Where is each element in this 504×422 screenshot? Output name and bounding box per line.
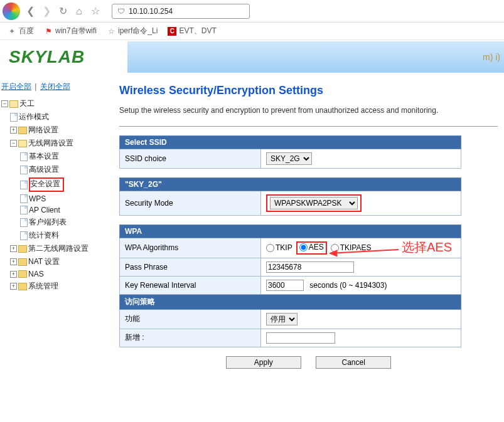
tree-item-wps[interactable]: WPS (1, 193, 113, 204)
ssid-choice-select[interactable]: SKY_2G (266, 152, 312, 165)
bookmark-icon: ✦ (8, 27, 16, 36)
ssid-choice-label: SSID choice (120, 149, 261, 169)
folder-icon (18, 283, 27, 290)
bookmarks-bar: ✦百度 ⚑win7自带wifi ☆iperf命令_Li CEVT、DVT (0, 23, 504, 40)
ssid-choice-cell: SKY_2G (261, 149, 461, 169)
bookmark-wifi[interactable]: ⚑win7自带wifi (44, 26, 97, 36)
folder-icon (9, 100, 18, 108)
folder-icon (18, 140, 27, 147)
bookmark-evt[interactable]: CEVT、DVT (168, 26, 216, 36)
tree-item-adv[interactable]: 高级设置 (1, 163, 113, 176)
tree-item-wlanset[interactable]: −无线网路设置 (1, 137, 113, 150)
security-mode-cell: WPAPSKWPA2PSK (261, 191, 461, 216)
add-input[interactable] (266, 332, 335, 344)
table-header: 访问策略 (120, 294, 461, 309)
collapse-icon[interactable]: − (10, 140, 17, 147)
banner-item: m) i) (483, 52, 500, 62)
table-header: Select SSID (120, 136, 461, 149)
tree-item-clientlist[interactable]: 客户端列表 (1, 216, 113, 229)
tree-label: 客户端列表 (29, 217, 67, 228)
file-icon (20, 152, 28, 161)
tree-label: 统计资料 (29, 230, 59, 241)
file-icon (20, 194, 28, 203)
bookmark-label: win7自带wifi (55, 26, 97, 36)
tree-label: NAS (28, 270, 44, 278)
tree-controls: 开启全部 | 关闭全部 (1, 79, 113, 97)
tree-item-stats[interactable]: 统计资料 (1, 229, 113, 242)
tree-label: WPS (29, 194, 46, 203)
tree-item-wlan2[interactable]: +第二无线网路设置 (1, 242, 113, 255)
highlight-box: AES (296, 241, 327, 255)
bookmark-iperf[interactable]: ☆iperf命令_Li (107, 26, 158, 36)
file-icon (20, 166, 28, 174)
collapse-icon[interactable]: − (1, 100, 8, 107)
radio-aes-input[interactable] (299, 243, 308, 251)
cancel-button[interactable]: Cancel (316, 356, 391, 369)
tree-item-nas[interactable]: +NAS (1, 268, 113, 280)
func-label: 功能 (120, 309, 261, 329)
reload-button[interactable]: ↻ (56, 5, 69, 18)
key-renewal-suffix: seconds (0 ~ 4194303) (309, 281, 387, 290)
radio-aes[interactable]: AES (299, 243, 324, 251)
table-header: "SKY_2G" (120, 178, 461, 191)
file-icon (10, 113, 18, 122)
close-all-link[interactable]: 关闭全部 (40, 82, 70, 91)
shield-icon: 🛡 (117, 7, 125, 16)
key-renewal-cell: seconds (0 ~ 4194303) (261, 276, 461, 294)
tree-label: 运作模式 (19, 112, 49, 122)
tree-label: 高级设置 (29, 164, 59, 175)
bookmark-label: 百度 (19, 26, 34, 36)
func-cell: 停用 (261, 309, 461, 329)
bookmark-label: iperf命令_Li (118, 26, 158, 36)
add-label: 新增 : (120, 329, 261, 347)
tree-label: NAT 设置 (28, 256, 60, 267)
file-icon (20, 231, 28, 240)
folder-icon (18, 270, 27, 278)
apply-button[interactable]: Apply (226, 356, 301, 369)
radio-tkip-input[interactable] (266, 244, 274, 252)
pass-phrase-input[interactable] (266, 261, 354, 273)
func-select[interactable]: 停用 (266, 313, 298, 325)
separator: | (35, 82, 36, 91)
tree-item-nat[interactable]: +NAT 设置 (1, 255, 113, 268)
expand-icon[interactable]: + (10, 271, 17, 278)
tree-item-netset[interactable]: +网络设置 (1, 124, 113, 137)
expand-icon[interactable]: + (10, 127, 17, 134)
divider (119, 126, 498, 127)
back-button[interactable]: ❮ (24, 5, 36, 18)
bookmark-icon: ⚑ (44, 27, 53, 36)
bookmark-baidu[interactable]: ✦百度 (8, 26, 34, 36)
key-renewal-input[interactable] (266, 280, 304, 291)
highlight-box: WPAPSKWPA2PSK (266, 194, 362, 212)
tree-root[interactable]: −天工 (1, 97, 113, 110)
table-header: WPA (120, 225, 461, 238)
expand-icon[interactable]: + (10, 283, 17, 290)
forward-button[interactable]: ❯ (40, 5, 53, 18)
file-icon (20, 218, 28, 227)
skylab-logo: SKYLAB (9, 47, 85, 67)
svg-line-0 (330, 250, 399, 253)
star-button[interactable]: ☆ (89, 5, 102, 18)
folder-icon (18, 258, 27, 266)
expand-icon[interactable]: + (10, 245, 17, 252)
home-button[interactable]: ⌂ (73, 5, 85, 18)
add-cell (261, 329, 461, 347)
radio-label: AES (309, 243, 324, 251)
file-icon (20, 181, 28, 189)
tree-item-security[interactable]: 安全设置 (1, 176, 113, 193)
banner-right: m) i) (127, 41, 504, 73)
tree-item-apclient[interactable]: AP Client (1, 204, 113, 216)
tree-item-opmode[interactable]: 运作模式 (1, 110, 113, 124)
svg-marker-1 (330, 250, 337, 256)
security-mode-label: Security Mode (120, 191, 261, 216)
bookmark-icon: C (168, 27, 176, 36)
open-all-link[interactable]: 开启全部 (1, 82, 31, 91)
radio-tkip[interactable]: TKIP (266, 243, 292, 252)
security-mode-select[interactable]: WPAPSKWPA2PSK (270, 197, 358, 209)
address-bar[interactable]: 🛡 10.10.10.254 (112, 4, 250, 19)
expand-icon[interactable]: + (10, 258, 17, 265)
nav-tree: −天工 运作模式 +网络设置 −无线网路设置 基本设置 高级设置 安全设置 WP… (1, 97, 113, 293)
tree-item-basic[interactable]: 基本设置 (1, 150, 113, 163)
wpa-alg-label: WPA Algorithms (120, 238, 261, 258)
tree-item-sys[interactable]: +系统管理 (1, 280, 113, 293)
